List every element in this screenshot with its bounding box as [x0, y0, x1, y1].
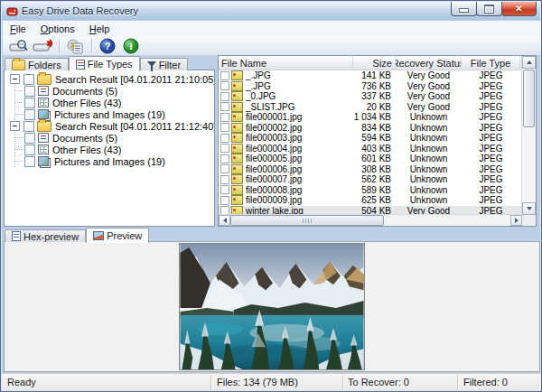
tree-children: Documents (5)Other Files (43)Pictures an… [14, 132, 214, 167]
vertical-scroll-thumb[interactable] [523, 70, 535, 127]
menu-help[interactable]: Help [82, 22, 117, 36]
table-row[interactable]: file000008.jpg589 KBUnknownJPEG [219, 185, 536, 196]
menubar: FileOptionsHelp [3, 21, 541, 38]
table-row[interactable]: file000006.jpg308 KBUnknownJPEG [219, 164, 536, 175]
tab-label: Filter [159, 60, 181, 70]
open-folder-icon [37, 74, 51, 85]
column-header-file-name[interactable]: File Name [219, 56, 353, 70]
tree-node-category[interactable]: Pictures and Images (19) [15, 155, 214, 167]
checkbox[interactable] [220, 81, 229, 90]
checkbox[interactable] [220, 134, 229, 143]
checkbox[interactable] [220, 164, 229, 173]
close-button[interactable]: ✕ [501, 2, 537, 16]
checkbox[interactable] [220, 175, 229, 184]
icon-documents [38, 86, 49, 96]
tab-label: Preview [107, 230, 142, 241]
tree-node-search-result[interactable]: Search Result [04.01.2011 21:12:40] [5, 120, 214, 132]
minimize-button[interactable] [451, 2, 477, 16]
file-name-cell: file000009.jpg [219, 195, 353, 205]
table-row[interactable]: file000004.jpg403 KBUnknownJPEG [219, 144, 536, 154]
titlebar[interactable]: Easy Drive Data Recovery ✕ [2, 2, 540, 20]
table-row[interactable]: file000001.jpg1 034 KBUnknownJPEG [219, 112, 536, 123]
tree-node-category[interactable]: Documents (5) [15, 85, 214, 97]
column-header-recovery-status[interactable]: Recovery Status [396, 56, 462, 70]
file-name-cell: file000006.jpg [219, 164, 353, 174]
collapse-icon[interactable] [10, 74, 20, 84]
checkbox[interactable] [220, 92, 229, 101]
tab-filter[interactable]: Filter [140, 58, 188, 70]
checkbox[interactable] [24, 156, 35, 167]
jpeg-file-icon [231, 81, 243, 91]
tree-node-category[interactable]: Other Files (43) [15, 97, 214, 108]
file-name-text: file000004.jpg [246, 144, 302, 154]
vertical-scrollbar[interactable] [521, 56, 536, 215]
table-row[interactable]: file000005.jpg601 KBUnknownJPEG [219, 154, 536, 164]
checkbox[interactable] [220, 102, 229, 111]
tab-hex-preview[interactable]: Hex-preview [5, 229, 86, 242]
checkbox[interactable] [220, 154, 229, 163]
scan-drive-button[interactable] [8, 38, 30, 54]
table-row[interactable]: _SLIST.JPG20 KBVery GoodJPEG [219, 102, 536, 113]
tree-node-search-result[interactable]: Search Result [04.01.2011 21:10:05] [5, 73, 214, 85]
tab-file-types[interactable]: File Types [69, 56, 140, 71]
file-name-text: _0.JPG [246, 91, 276, 101]
table-row[interactable]: file000002.jpg834 KBUnknownJPEG [219, 123, 536, 134]
checkbox[interactable] [23, 74, 34, 85]
status-cell: Unknown [396, 154, 462, 163]
table-row[interactable]: file000003.jpg594 KBUnknownJPEG [219, 133, 536, 144]
size-cell: 625 KB [353, 195, 396, 205]
maximize-button[interactable] [476, 2, 502, 16]
checkbox[interactable] [24, 133, 35, 144]
svg-text:?: ? [105, 41, 111, 51]
column-header-size[interactable]: Size [353, 56, 396, 70]
checkbox[interactable] [24, 86, 35, 97]
collapse-icon[interactable] [10, 121, 20, 131]
checkbox[interactable] [220, 196, 229, 205]
status-cell: Unknown [396, 133, 462, 143]
checkbox[interactable] [24, 145, 35, 155]
recovery-wizard-button[interactable] [64, 38, 86, 54]
checkbox[interactable] [23, 121, 34, 132]
window-controls: ✕ [452, 2, 537, 16]
about-icon: i [123, 38, 139, 54]
tree-node-category[interactable]: Other Files (43) [15, 144, 214, 155]
horizontal-scroll-thumb[interactable] [230, 215, 384, 226]
scroll-up-button[interactable] [522, 56, 536, 69]
checkbox[interactable] [220, 113, 229, 122]
about-button[interactable]: i [120, 38, 142, 54]
table-row[interactable]: _.JPG736 KBVery GoodJPEG [219, 81, 536, 92]
scroll-right-button[interactable] [510, 215, 522, 226]
menu-file[interactable]: File [3, 22, 33, 36]
menu-options[interactable]: Options [33, 22, 82, 36]
recover-files-button[interactable]: ✱ [32, 38, 53, 54]
tab-preview[interactable]: Preview [86, 228, 149, 243]
size-cell: 589 KB [353, 185, 396, 195]
scroll-down-button[interactable] [522, 202, 536, 215]
checkbox[interactable] [24, 109, 35, 120]
tree-node-category[interactable]: Documents (5) [15, 132, 214, 144]
svg-text:✱: ✱ [46, 39, 52, 49]
horizontal-scrollbar[interactable] [219, 214, 522, 226]
table-row[interactable]: file000009.jpg625 KBUnknownJPEG [219, 195, 536, 206]
scroll-left-button[interactable] [219, 215, 230, 226]
tab-folders[interactable]: Folders [5, 58, 69, 70]
checkbox[interactable] [220, 144, 229, 153]
type-cell: JPEG [462, 195, 520, 205]
table-row[interactable]: file000007.jpg562 KBUnknownJPEG [219, 174, 536, 185]
checkbox[interactable] [220, 71, 229, 80]
window-title: Easy Drive Data Recovery [22, 5, 138, 16]
help-icon: ? [99, 38, 116, 54]
file-types-tree[interactable]: Search Result [04.01.2011 21:10:05]Docum… [4, 70, 215, 227]
table-row[interactable]: _0.JPG337 KBVery GoodJPEG [219, 91, 536, 102]
column-header-file-type[interactable]: File Type [462, 56, 520, 70]
type-cell: JPEG [462, 185, 520, 195]
maximize-icon [484, 5, 494, 14]
checkbox[interactable] [220, 185, 229, 194]
file-name-cell: file000001.jpg [219, 112, 353, 122]
checkbox[interactable] [220, 123, 229, 132]
checkbox[interactable] [24, 98, 35, 108]
preview-tabs: Hex-preview Preview [5, 228, 149, 243]
help-button[interactable]: ? [97, 38, 118, 54]
size-cell: 337 KB [353, 91, 396, 101]
table-row[interactable]: _.JPG141 KBVery GoodJPEG [219, 70, 536, 81]
